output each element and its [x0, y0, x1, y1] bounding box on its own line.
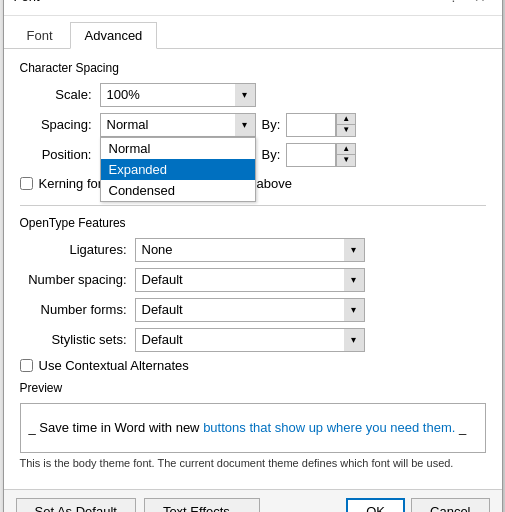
ligatures-dropdown[interactable]: None — [135, 238, 365, 262]
spacing-by-input[interactable] — [286, 113, 336, 137]
spacing-popup: Normal Expanded Condensed — [100, 137, 256, 202]
spacing-row: Spacing: Normal Expanded Condensed ▾ Nor… — [20, 113, 486, 137]
spacing-option-expanded[interactable]: Expanded — [101, 159, 255, 180]
preview-text: _ Save time in Word with new buttons tha… — [29, 420, 467, 435]
number-forms-dropdown-wrap: Default ▾ — [135, 298, 365, 322]
stylistic-sets-dropdown[interactable]: Default — [135, 328, 365, 352]
ligatures-label: Ligatures: — [20, 242, 135, 257]
help-button[interactable]: ? — [444, 0, 464, 7]
ligatures-dropdown-wrap: None ▾ — [135, 238, 365, 262]
contextual-row: Use Contextual Alternates — [20, 358, 486, 373]
text-effects-button[interactable]: Text Effects... — [144, 498, 260, 513]
by-label-2: By: — [262, 147, 281, 162]
position-down-button[interactable]: ▼ — [337, 155, 355, 166]
scale-dropdown[interactable]: 100% — [100, 83, 256, 107]
spacing-down-button[interactable]: ▼ — [337, 125, 355, 136]
number-forms-dropdown[interactable]: Default — [135, 298, 365, 322]
title-bar-left: Font — [14, 0, 40, 4]
preview-title: Preview — [20, 381, 486, 395]
stylistic-sets-label: Stylistic sets: — [20, 332, 135, 347]
cancel-button[interactable]: Cancel — [411, 498, 489, 513]
font-dialog: Font ? ✕ Font Advanced Character Spacing… — [3, 0, 503, 512]
preview-box: _ Save time in Word with new buttons tha… — [20, 403, 486, 453]
dialog-content: Character Spacing Scale: 100% ▾ Spacing:… — [4, 49, 502, 489]
set-default-button[interactable]: Set As Default — [16, 498, 136, 513]
number-spacing-dropdown-wrap: Default ▾ — [135, 268, 365, 292]
title-bar: Font ? ✕ — [4, 0, 502, 16]
kerning-checkbox[interactable] — [20, 177, 33, 190]
spacing-option-normal[interactable]: Normal — [101, 138, 255, 159]
scale-row: Scale: 100% ▾ — [20, 83, 486, 107]
tab-advanced[interactable]: Advanced — [70, 22, 158, 49]
position-up-button[interactable]: ▲ — [337, 144, 355, 155]
spacing-option-condensed[interactable]: Condensed — [101, 180, 255, 201]
spacing-spinner: ▲ ▼ — [336, 113, 356, 137]
info-text: This is the body theme font. The current… — [20, 457, 486, 469]
contextual-checkbox[interactable] — [20, 359, 33, 372]
footer-left: Set As Default Text Effects... — [16, 498, 260, 513]
spacing-dropdown-container: Normal Expanded Condensed ▾ Normal Expan… — [100, 113, 256, 137]
contextual-label: Use Contextual Alternates — [39, 358, 189, 373]
ok-button[interactable]: OK — [346, 498, 405, 513]
by-label-1: By: — [262, 117, 281, 132]
close-button[interactable]: ✕ — [468, 0, 492, 7]
spacing-dropdown-wrap: Normal Expanded Condensed ▾ — [100, 113, 256, 137]
dialog-footer: Set As Default Text Effects... OK Cancel — [4, 489, 502, 513]
opentype-title: OpenType Features — [20, 216, 486, 230]
number-spacing-row: Number spacing: Default ▾ — [20, 268, 486, 292]
ligatures-row: Ligatures: None ▾ — [20, 238, 486, 262]
spacing-label: Spacing: — [20, 117, 100, 132]
scale-dropdown-wrap: 100% ▾ — [100, 83, 256, 107]
spacing-up-button[interactable]: ▲ — [337, 114, 355, 125]
title-actions: ? ✕ — [444, 0, 492, 7]
stylistic-sets-row: Stylistic sets: Default ▾ — [20, 328, 486, 352]
number-forms-label: Number forms: — [20, 302, 135, 317]
character-spacing-title: Character Spacing — [20, 61, 486, 75]
divider-1 — [20, 205, 486, 206]
scale-label: Scale: — [20, 87, 100, 102]
tab-font[interactable]: Font — [12, 22, 68, 48]
number-spacing-dropdown[interactable]: Default — [135, 268, 365, 292]
position-by-input[interactable] — [286, 143, 336, 167]
preview-highlight: buttons that show up where you need them… — [203, 420, 455, 435]
tab-bar: Font Advanced — [4, 16, 502, 49]
spacing-dropdown[interactable]: Normal Expanded Condensed — [100, 113, 256, 137]
stylistic-sets-dropdown-wrap: Default ▾ — [135, 328, 365, 352]
preview-end: _ — [455, 420, 466, 435]
footer-right: OK Cancel — [346, 498, 489, 513]
position-label: Position: — [20, 147, 100, 162]
number-spacing-label: Number spacing: — [20, 272, 135, 287]
preview-plain-1: _ Save time in Word with new — [29, 420, 204, 435]
number-forms-row: Number forms: Default ▾ — [20, 298, 486, 322]
dialog-title: Font — [14, 0, 40, 4]
opentype-section: OpenType Features Ligatures: None ▾ Numb… — [20, 216, 486, 373]
position-spinner: ▲ ▼ — [336, 143, 356, 167]
